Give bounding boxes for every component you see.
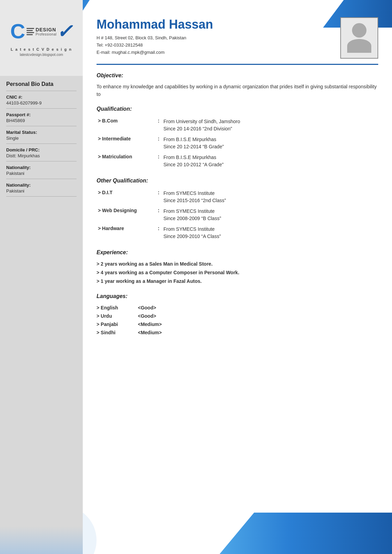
- languages-title: Languages:: [97, 293, 378, 299]
- dit-detail-line1: From SYMECS Institute: [163, 190, 215, 196]
- cv-line-2: [27, 30, 33, 31]
- bcom-degree: > B.Com: [97, 116, 155, 134]
- passport-label: Passport #:: [6, 112, 77, 117]
- web-detail: From SYMECS Institute Since 2008-2009 “B…: [162, 206, 378, 224]
- exp-item-3: > 1 year working as a Manager in Fazal A…: [97, 277, 378, 286]
- marital-value: Single: [6, 136, 77, 141]
- english-lang: > English: [97, 304, 138, 312]
- dit-colon: :: [155, 188, 162, 206]
- other-qual-row-web: > Web Designing : From SYMECS Institute …: [97, 206, 378, 224]
- cv-line-3: [27, 32, 34, 33]
- other-qualification-table: > D.I.T : From SYMECS Institute Since 20…: [97, 188, 378, 242]
- matric-colon: :: [155, 152, 162, 170]
- cnic-value: 44103-6207999-9: [6, 100, 77, 106]
- passport-value: BH45869: [6, 118, 77, 123]
- lang-row-sindhi: > Sindhi <Medium>: [97, 328, 172, 337]
- hardware-detail-line2: Since 2009-2010 “A Class”: [163, 234, 221, 239]
- candidate-name: Mohammad Hassan: [97, 17, 213, 32]
- sindhi-level: <Medium>: [138, 328, 172, 337]
- divider-7: [6, 196, 77, 197]
- experience-section: Experience: > 2 years working as a Sales…: [97, 249, 378, 286]
- domicile-label: Domicile / PRC:: [6, 147, 77, 152]
- dit-detail-line2: Since 2015-2016 “2nd Class”: [163, 198, 226, 203]
- intermediate-colon: :: [155, 134, 162, 152]
- qual-row-matric: > Matriculation : From B.I.S.E Mirpurkha…: [97, 152, 378, 170]
- languages-section: Languages: > English <Good> > Urdu <Good…: [97, 293, 378, 337]
- cv-line-4: [27, 34, 33, 35]
- cnic-label: CNIC #:: [6, 95, 77, 100]
- bcom-colon: :: [155, 116, 162, 134]
- hardware-detail-line1: From SYMECS Institute: [163, 226, 215, 232]
- bcom-detail-line1: From University of Sindh, Jamshoro: [163, 119, 240, 124]
- header: Mohammad Hassan H # 148, Street 02, Bloc…: [97, 17, 378, 65]
- intermediate-degree: > Intermediate: [97, 134, 155, 152]
- sidebar-bottom-accent: [0, 526, 83, 554]
- panjabi-level: <Medium>: [138, 320, 172, 328]
- header-info: Mohammad Hassan H # 148, Street 02, Bloc…: [97, 17, 213, 56]
- objective-section: Objective: To enhance my knowledge and c…: [97, 72, 378, 98]
- matric-detail: From B.I.S.E Mirpurkhas Since 20 10-2012…: [162, 152, 378, 170]
- experience-title: Experience:: [97, 249, 378, 256]
- nationality2-label: Nationality:: [6, 182, 77, 188]
- divider-2: [6, 108, 77, 109]
- matric-detail-line2: Since 20 10-2012 “A Grade”: [163, 162, 223, 167]
- logo-cv-lines: [27, 28, 34, 35]
- lang-row-english: > English <Good>: [97, 304, 172, 312]
- intermediate-detail-line2: Since 20 12-2014 “B Grade”: [163, 144, 224, 149]
- bottom-right-decoration: [220, 513, 392, 554]
- divider-5: [6, 161, 77, 161]
- nationality2-value: Pakistani: [6, 188, 77, 194]
- logo-slash: ✓: [57, 22, 72, 41]
- other-qual-row-hardware: > Hardware : From SYMECS Institute Since…: [97, 224, 378, 242]
- dit-detail: From SYMECS Institute Since 2015-2016 “2…: [162, 188, 378, 206]
- photo-box: [340, 17, 378, 59]
- qualification-table: > B.Com : From University of Sindh, Jams…: [97, 116, 378, 170]
- web-degree: > Web Designing: [97, 206, 155, 224]
- candidate-tel: Tel: +92-0332-2812548: [97, 42, 213, 49]
- divider-4: [6, 144, 77, 144]
- web-detail-line2: Since 2008-2009 “B Class”: [163, 216, 221, 221]
- web-colon: :: [155, 206, 162, 224]
- divider-1: [6, 91, 77, 91]
- logo-c-letter: C: [10, 21, 25, 42]
- web-detail-line1: From SYMECS Institute: [163, 208, 215, 214]
- other-qualification-section: Other Qualification: > D.I.T : From SYME…: [97, 178, 378, 242]
- domicile-value: Distt: Mirpurkhas: [6, 153, 77, 158]
- photo-head-shape: [352, 23, 366, 38]
- sidebar: C DESIGN Professional ✓ L a t e s t C V …: [0, 0, 83, 554]
- sidebar-logo-area: C DESIGN Professional ✓ L a t e s t C V …: [0, 0, 83, 76]
- matric-detail-line1: From B.I.S.E Mirpurkhas: [163, 155, 216, 160]
- personal-bio-title: Personal Bio Data: [6, 81, 77, 87]
- matric-degree: > Matriculation: [97, 152, 155, 170]
- photo-placeholder: [347, 23, 371, 53]
- sidebar-tagline: L a t e s t C V D e s i g n: [11, 47, 72, 51]
- lang-row-panjabi: > Panjabi <Medium>: [97, 320, 172, 328]
- intermediate-detail: From B.I.S.E Mirpurkhas Since 20 12-2014…: [162, 134, 378, 152]
- sidebar-blog: latestcvdesign.blogspot.com: [20, 53, 63, 57]
- divider-3: [6, 126, 77, 126]
- bcom-detail: From University of Sindh, Jamshoro Since…: [162, 116, 378, 134]
- candidate-email: E-mail: mughal.c.mpk@gmail.com: [97, 49, 213, 56]
- logo-right: DESIGN Professional: [36, 27, 57, 36]
- main-content: Mohammad Hassan H # 148, Street 02, Bloc…: [83, 0, 392, 350]
- panjabi-lang: > Panjabi: [97, 320, 138, 328]
- english-level: <Good>: [138, 304, 172, 312]
- intermediate-detail-line1: From B.I.S.E Mirpurkhas: [163, 137, 216, 142]
- candidate-address: H # 148, Street 02, Block 03, Sindh, Pak…: [97, 34, 213, 42]
- nationality1-value: Pakistani: [6, 171, 77, 176]
- divider-6: [6, 179, 77, 179]
- photo-body-shape: [347, 39, 371, 53]
- objective-title: Objective:: [97, 72, 378, 79]
- qualification-section: Qualification: > B.Com : From University…: [97, 106, 378, 170]
- qual-row-bcom: > B.Com : From University of Sindh, Jams…: [97, 116, 378, 134]
- logo-icon: C DESIGN Professional ✓: [10, 21, 72, 42]
- personal-bio-section: Personal Bio Data CNIC #: 44103-6207999-…: [0, 76, 83, 205]
- languages-table: > English <Good> > Urdu <Good> > Panjabi…: [97, 304, 172, 337]
- qual-row-intermediate: > Intermediate : From B.I.S.E Mirpurkhas…: [97, 134, 378, 152]
- hardware-colon: :: [155, 224, 162, 242]
- exp-item-1: > 2 years working as a Sales Man in Medi…: [97, 260, 378, 268]
- nationality1-label: Nationality:: [6, 165, 77, 170]
- lang-row-urdu: > Urdu <Good>: [97, 312, 172, 320]
- qualification-title: Qualification:: [97, 106, 378, 112]
- dit-degree: > D.I.T: [97, 188, 155, 206]
